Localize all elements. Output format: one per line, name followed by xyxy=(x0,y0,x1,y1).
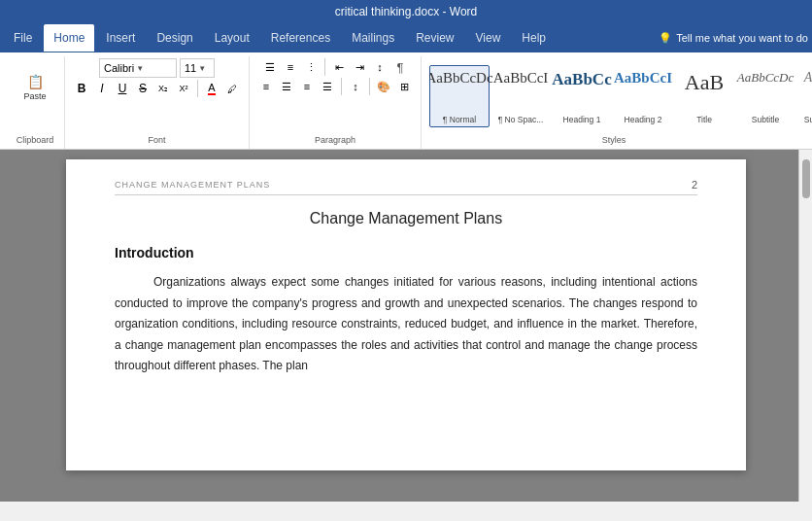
style-heading1-preview: AaBbCc xyxy=(552,70,611,89)
subscript-button[interactable]: X₂ xyxy=(154,80,172,97)
lightbulb-icon: 💡 xyxy=(659,32,672,45)
borders-button[interactable]: ⊞ xyxy=(395,78,413,95)
italic-button[interactable]: I xyxy=(93,80,111,97)
text-color-icon: A xyxy=(208,82,215,95)
title-bar: critical thinking.docx - Word xyxy=(0,0,812,23)
search-tell-me[interactable]: Tell me what you want to do xyxy=(676,32,808,44)
style-heading2-preview: AaBbCcI xyxy=(614,70,672,87)
tab-insert[interactable]: Insert xyxy=(96,24,145,52)
underline-button[interactable]: U xyxy=(114,80,131,97)
sort-button[interactable]: ↕ xyxy=(371,58,389,76)
multilevel-button[interactable]: ⋮ xyxy=(302,58,320,76)
decrease-indent-button[interactable]: ⇤ xyxy=(330,58,348,76)
style-title-preview: AaB xyxy=(685,70,724,95)
clipboard-group: 📋 Paste Clipboard xyxy=(6,56,65,149)
style-no-space-label: ¶ No Spac... xyxy=(498,115,544,124)
style-subtle-em[interactable]: AaBbCc Subtle Em... xyxy=(796,65,812,127)
style-heading2[interactable]: AaBbCcI Heading 2 xyxy=(613,65,673,127)
bold-button[interactable]: B xyxy=(73,80,90,97)
style-subtle-em-label: Subtle Em... xyxy=(804,115,812,124)
style-heading1[interactable]: AaBbCc Heading 1 xyxy=(552,65,612,127)
introduction-paragraph: Organizations always expect some changes… xyxy=(115,272,697,377)
align-left-button[interactable]: ≡ xyxy=(257,78,275,95)
tab-view[interactable]: View xyxy=(466,24,511,52)
font-name-chevron: ▼ xyxy=(136,64,144,73)
tab-layout[interactable]: Layout xyxy=(205,24,259,52)
style-heading2-label: Heading 2 xyxy=(625,115,662,124)
tab-mailings[interactable]: Mailings xyxy=(342,24,404,52)
align-right-button[interactable]: ≡ xyxy=(298,78,316,95)
document-area: CHANGE MANAGEMENT PLANS 2 Change Managem… xyxy=(0,150,812,502)
paste-button[interactable]: 📋 Paste xyxy=(14,58,56,117)
show-formatting-button[interactable]: ¶ xyxy=(391,58,409,76)
page-number: 2 xyxy=(692,179,697,191)
increase-indent-button[interactable]: ⇥ xyxy=(351,58,368,76)
introduction-heading: Introduction xyxy=(115,245,697,260)
style-title-label: Title xyxy=(696,115,712,124)
numbering-button[interactable]: ≡ xyxy=(282,58,299,76)
justify-button[interactable]: ☰ xyxy=(319,78,336,95)
bullets-button[interactable]: ☰ xyxy=(261,58,279,76)
ribbon-content: 📋 Paste Clipboard Calibri ▼ 11 xyxy=(0,52,812,150)
paragraph-group-label: Paragraph xyxy=(257,135,413,147)
pilcrow-icon: ¶ xyxy=(397,60,404,75)
tab-help[interactable]: Help xyxy=(512,24,556,52)
highlight-icon: 🖊 xyxy=(227,84,237,94)
style-heading1-label: Heading 1 xyxy=(563,115,601,124)
font-group-label: Font xyxy=(73,135,241,147)
highlight-button[interactable]: 🖊 xyxy=(223,80,241,97)
tab-bar: File Home Insert Design Layout Reference… xyxy=(0,23,812,52)
style-subtitle[interactable]: AaBbCcDc Subtitle xyxy=(735,65,795,127)
clipboard-label: Clipboard xyxy=(14,135,56,147)
style-normal-label: ¶ Normal xyxy=(443,115,476,124)
tab-review[interactable]: Review xyxy=(406,24,463,52)
title-text: critical thinking.docx - Word xyxy=(335,5,478,18)
tab-home[interactable]: Home xyxy=(44,24,94,52)
style-no-space[interactable]: AaBbCcI ¶ No Spac... xyxy=(491,65,551,127)
superscript-button[interactable]: X² xyxy=(175,80,192,97)
styles-group: AaBbCcDc ¶ Normal AaBbCcI ¶ No Spac... A… xyxy=(422,56,806,149)
font-name-box[interactable]: Calibri ▼ xyxy=(99,58,177,78)
style-normal[interactable]: AaBbCcDc ¶ Normal xyxy=(429,65,490,127)
tab-file[interactable]: File xyxy=(4,24,42,52)
ribbon-groups: 📋 Paste Clipboard Calibri ▼ 11 xyxy=(0,52,812,149)
strikethrough-button[interactable]: S xyxy=(134,80,152,97)
tab-search: 💡 Tell me what you want to do xyxy=(659,32,808,45)
ribbon: File Home Insert Design Layout Reference… xyxy=(0,23,812,150)
page: CHANGE MANAGEMENT PLANS 2 Change Managem… xyxy=(66,159,746,470)
font-size-box[interactable]: 11 ▼ xyxy=(180,58,215,78)
tab-references[interactable]: References xyxy=(261,24,340,52)
font-name-text: Calibri xyxy=(104,62,134,74)
style-subtle-em-preview: AaBbCc xyxy=(804,70,812,86)
font-size-text: 11 xyxy=(185,62,196,74)
align-center-button[interactable]: ☰ xyxy=(278,78,295,95)
style-normal-preview: AaBbCcDc xyxy=(429,70,493,87)
style-title[interactable]: AaB Title xyxy=(674,65,734,127)
page-header: CHANGE MANAGEMENT PLANS 2 xyxy=(115,179,697,195)
line-spacing-button[interactable]: ↕ xyxy=(347,78,364,95)
paragraph-group: ☰ ≡ ⋮ ⇤ ⇥ ↕ ¶ ≡ ☰ ≡ xyxy=(250,56,422,149)
font-size-chevron: ▼ xyxy=(198,64,206,73)
paste-icon: 📋 xyxy=(27,75,44,88)
styles-group-label: Styles xyxy=(429,135,798,147)
document-title: Change Management Plans xyxy=(115,210,697,227)
scroll-thumb[interactable] xyxy=(802,159,810,198)
style-subtitle-preview: AaBbCcDc xyxy=(737,70,794,86)
text-color-button[interactable]: A xyxy=(203,80,220,97)
scrollbar-right[interactable] xyxy=(798,150,812,502)
font-group: Calibri ▼ 11 ▼ B I U S X₂ xyxy=(65,56,250,149)
shading-button[interactable]: 🎨 xyxy=(375,78,392,95)
style-subtitle-label: Subtitle xyxy=(752,115,779,124)
tab-design[interactable]: Design xyxy=(147,24,202,52)
style-no-space-preview: AaBbCcI xyxy=(493,70,549,87)
page-header-text: CHANGE MANAGEMENT PLANS xyxy=(115,180,270,190)
